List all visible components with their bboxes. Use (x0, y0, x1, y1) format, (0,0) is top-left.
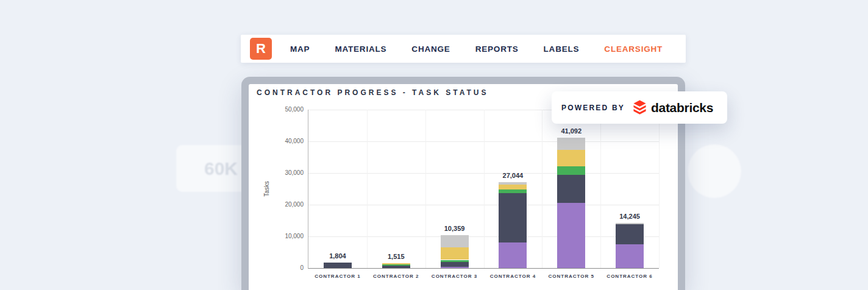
y-axis-tick-label: 50,000 (265, 106, 304, 113)
bar-segment-dark-slate[interactable] (382, 266, 410, 268)
powered-by-label: POWERED BY (561, 104, 625, 112)
bar-total-label: 41,092 (547, 127, 596, 135)
brand-logo[interactable]: R (250, 38, 272, 60)
bar-segment-yellow[interactable] (499, 185, 527, 189)
brand-logo-letter: R (256, 41, 266, 57)
y-axis-title: Tasks (263, 175, 271, 202)
bar-segment-yellow[interactable] (557, 150, 585, 166)
bar-segment-gray[interactable] (616, 223, 644, 224)
chart-title: CONTRACTOR PROGRESS - TASK STATUS (257, 88, 488, 97)
y-axis-tick-label: 20,000 (265, 201, 304, 208)
bar-segment-dark-slate[interactable] (441, 262, 469, 267)
background-decoration-circle (688, 144, 741, 198)
bar-segment-yellow[interactable] (441, 247, 469, 260)
bar-segment-gray[interactable] (499, 182, 527, 185)
x-axis-category-label: CONTRACTOR 4 (484, 274, 542, 279)
gridline-vertical (659, 110, 660, 268)
y-axis-tick-label: 30,000 (265, 169, 304, 176)
databricks-icon (633, 100, 647, 115)
bar-segment-gray[interactable] (441, 235, 469, 247)
nav-item-change[interactable]: CHANGE (411, 44, 450, 54)
bar-total-label: 27,044 (488, 172, 537, 179)
nav-item-map[interactable]: MAP (290, 44, 310, 54)
nav-menu: MAP MATERIALS CHANGE REPORTS LABELS CLEA… (290, 44, 663, 54)
y-axis-tick-label: 40,000 (265, 138, 304, 144)
bar-segment-dark-slate[interactable] (324, 263, 352, 268)
bar-segment-green[interactable] (441, 260, 469, 262)
bar-total-label: 14,245 (605, 213, 654, 220)
bar-total-label: 1,515 (372, 253, 421, 260)
x-axis-category-label: CONTRACTOR 1 (308, 274, 367, 279)
nav-item-clearsight[interactable]: CLEARSIGHT (604, 44, 663, 54)
y-axis-tick-label: 10,000 (265, 233, 304, 239)
bar-segment-purple[interactable] (499, 242, 527, 268)
top-navigation: R MAP MATERIALS CHANGE REPORTS LABELS CL… (241, 35, 686, 63)
bar-segment-dark-slate[interactable] (499, 193, 527, 242)
bar-segment-purple[interactable] (557, 203, 585, 268)
gridline-vertical (484, 110, 485, 268)
bar-segment-green[interactable] (382, 264, 410, 266)
bar-segment-purple[interactable] (616, 244, 644, 268)
bar-segment-dark-slate[interactable] (616, 224, 644, 244)
powered-by-badge: POWERED BY databricks (552, 91, 727, 124)
bar-segment-yellow[interactable] (382, 263, 410, 264)
bar-segment-green[interactable] (557, 166, 585, 175)
x-axis-category-label: CONTRACTOR 3 (425, 274, 484, 279)
nav-item-materials[interactable]: MATERIALS (335, 44, 386, 54)
gridline-vertical (367, 110, 368, 268)
nav-item-reports[interactable]: REPORTS (475, 44, 519, 54)
nav-item-labels[interactable]: LABELS (544, 44, 580, 54)
x-axis-category-label: CONTRACTOR 2 (367, 274, 425, 279)
gridline-vertical (542, 110, 542, 268)
bar-segment-green[interactable] (499, 189, 527, 193)
page-background: 60K R MAP MATERIALS CHANGE REPORTS LABEL… (0, 0, 868, 290)
bar-segment-gray[interactable] (557, 138, 585, 150)
decoration-text: 60K (204, 158, 238, 179)
bar-segment-dark-slate[interactable] (557, 175, 585, 203)
databricks-wordmark: databricks (651, 101, 713, 115)
bar-total-label: 10,359 (430, 225, 479, 232)
bar-segment-purple[interactable] (441, 267, 469, 268)
databricks-logo: databricks (633, 100, 713, 115)
x-axis-category-label: CONTRACTOR 6 (600, 274, 659, 279)
bar-total-label: 1,804 (313, 252, 362, 260)
gridline-vertical (600, 110, 601, 268)
plot-area: 010,00020,00030,00040,00050,0001,804CONT… (308, 110, 659, 269)
gridline-vertical (425, 110, 426, 268)
y-axis-tick-label: 0 (265, 264, 304, 271)
x-axis-category-label: CONTRACTOR 5 (542, 274, 600, 279)
